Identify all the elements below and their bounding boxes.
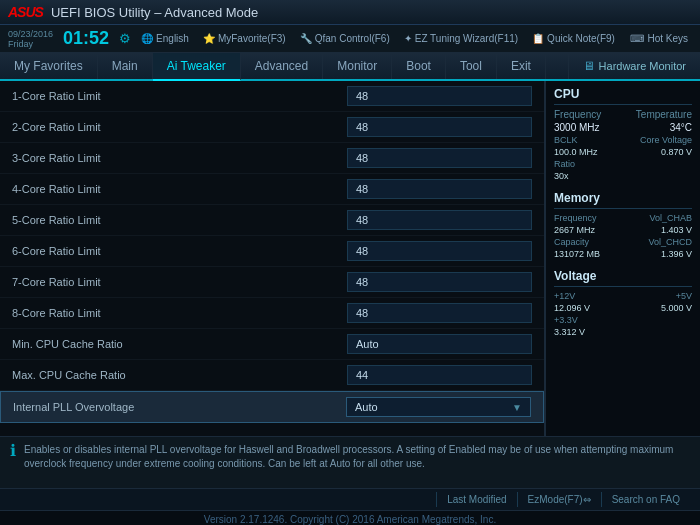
hw-core-voltage-label: Core Voltage [640,135,692,145]
hw-memory-group: Memory Frequency Vol_CHAB 2667 MHz 1.403… [554,191,692,259]
help-text: Enables or disables internal PLL overvol… [24,443,690,471]
hw-ratio-label-row: Ratio [554,159,692,169]
hw-volchan-value: 1.403 V [661,225,692,235]
hw-memory-title: Memory [554,191,692,209]
help-bar: ℹ Enables or disables internal PLL overv… [0,436,700,488]
hw-volchd-label: Vol_CHCD [648,237,692,247]
hw-monitor-tab: 🖥 Hardware Monitor [568,53,700,79]
tab-ai-tweaker[interactable]: Ai Tweaker [153,53,241,81]
hw-cpu-temp-value: 34°C [670,122,692,133]
quicknote-item[interactable]: 📋 Quick Note(F9) [528,33,619,44]
myfavorite-item[interactable]: ⭐ MyFavorite(F3) [199,33,290,44]
version-bar: Version 2.17.1246. Copyright (C) 2016 Am… [0,510,700,525]
language-item[interactable]: 🌐 English [137,33,193,44]
search-faq-item[interactable]: Search on FAQ [601,492,690,507]
note-icon: 📋 [532,33,544,44]
tab-boot[interactable]: Boot [392,53,446,79]
settings-icon[interactable]: ⚙ [119,31,131,46]
setting-value-1core[interactable]: 48 [347,86,532,106]
hw-mem-freq-vol-labels: Frequency Vol_CHAB [554,213,692,223]
setting-row-2core: 2-Core Ratio Limit 48 [0,112,544,143]
setting-value-8core[interactable]: 48 [347,303,532,323]
setting-row-max-cache: Max. CPU Cache Ratio 44 [0,360,544,391]
info-icon: ℹ [10,443,16,459]
setting-label-1core: 1-Core Ratio Limit [12,90,347,102]
header-bar: ASUS UEFI BIOS Utility – Advanced Mode [0,0,700,25]
asus-logo: ASUS [8,4,43,20]
setting-row-min-cache: Min. CPU Cache Ratio Auto [0,329,544,360]
setting-value-pll[interactable]: Auto ▼ [346,397,531,417]
tab-main[interactable]: Main [98,53,153,79]
tab-monitor[interactable]: Monitor [323,53,392,79]
setting-label-3core: 3-Core Ratio Limit [12,152,347,164]
hw-cpu-freq-temp-values: 3000 MHz 34°C [554,122,692,133]
setting-label-max-cache: Max. CPU Cache Ratio [12,369,347,381]
hw-ratio-label: Ratio [554,159,575,169]
hw-v33-labels: +3.3V [554,315,692,325]
hw-mem-cap-volchd-labels: Capacity Vol_CHCD [554,237,692,247]
hw-cpu-freq-value: 3000 MHz [554,122,600,133]
hw-v12-v5-values: 12.096 V 5.000 V [554,303,692,313]
status-bar: Last Modified EzMode(F7)⇔ Search on FAQ [0,488,700,510]
setting-value-2core[interactable]: 48 [347,117,532,137]
setting-value-min-cache[interactable]: Auto [347,334,532,354]
hw-volchan-label: Vol_CHAB [649,213,692,223]
hw-mem-freq-value: 2667 MHz [554,225,595,235]
hw-v5-label: +5V [676,291,692,301]
hw-cpu-freq-temp-labels: Frequency Temperature [554,109,692,120]
hw-cpu-group: CPU Frequency Temperature 3000 MHz 34°C … [554,87,692,181]
setting-label-min-cache: Min. CPU Cache Ratio [12,338,347,350]
hw-ratio-value: 30x [554,171,569,181]
wrench-icon: 🔧 [300,33,312,44]
setting-row-pll: Internal PLL Overvoltage Auto ▼ [0,391,544,423]
hw-v5-value: 5.000 V [661,303,692,313]
setting-row-4core: 4-Core Ratio Limit 48 [0,174,544,205]
setting-row-1core: 1-Core Ratio Limit 48 [0,81,544,112]
hw-v33-values: 3.312 V [554,327,692,337]
setting-row-3core: 3-Core Ratio Limit 48 [0,143,544,174]
setting-label-6core: 6-Core Ratio Limit [12,245,347,257]
hw-bclk-cv-labels: BCLK Core Voltage [554,135,692,145]
hw-cpu-freq-label: Frequency [554,109,601,120]
hw-volchd-value: 1.396 V [661,249,692,259]
setting-value-5core[interactable]: 48 [347,210,532,230]
setting-value-7core[interactable]: 48 [347,272,532,292]
tab-advanced[interactable]: Advanced [241,53,323,79]
tab-my-favorites[interactable]: My Favorites [0,53,98,79]
hw-mem-cap-volchd-values: 131072 MB 1.396 V [554,249,692,259]
setting-value-3core[interactable]: 48 [347,148,532,168]
settings-panel: 1-Core Ratio Limit 48 2-Core Ratio Limit… [0,81,545,436]
keyboard-icon: ⌨ [630,33,644,44]
hw-v33-value: 3.312 V [554,327,585,337]
setting-value-max-cache[interactable]: 44 [347,365,532,385]
hw-voltage-title: Voltage [554,269,692,287]
setting-label-4core: 4-Core Ratio Limit [12,183,347,195]
hw-voltage-group: Voltage +12V +5V 12.096 V 5.000 V +3.3V … [554,269,692,337]
globe-icon: 🌐 [141,33,153,44]
monitor-icon: 🖥 [583,59,595,73]
main-content: 1-Core Ratio Limit 48 2-Core Ratio Limit… [0,81,700,436]
hw-v33-label: +3.3V [554,315,578,325]
tab-tool[interactable]: Tool [446,53,497,79]
info-bar: 09/23/2016Friday 01:52 ⚙ 🌐 English ⭐ MyF… [0,25,700,53]
date-display: 09/23/2016Friday [8,29,53,49]
tab-exit[interactable]: Exit [497,53,546,79]
ez-mode-item[interactable]: EzMode(F7)⇔ [517,492,601,507]
setting-label-7core: 7-Core Ratio Limit [12,276,347,288]
setting-value-4core[interactable]: 48 [347,179,532,199]
setting-label-pll: Internal PLL Overvoltage [13,401,346,413]
last-modified-item[interactable]: Last Modified [436,492,516,507]
setting-row-5core: 5-Core Ratio Limit 48 [0,205,544,236]
header-title: UEFI BIOS Utility – Advanced Mode [51,5,258,20]
hw-v12-label: +12V [554,291,575,301]
setting-value-6core[interactable]: 48 [347,241,532,261]
setting-row-7core: 7-Core Ratio Limit 48 [0,267,544,298]
star-icon: ⭐ [203,33,215,44]
hw-bclk-label: BCLK [554,135,578,145]
ez-tuning-item[interactable]: ✦ EZ Tuning Wizard(F11) [400,33,522,44]
version-text: Version 2.17.1246. Copyright (C) 2016 Am… [204,514,496,525]
setting-row-6core: 6-Core Ratio Limit 48 [0,236,544,267]
qfan-item[interactable]: 🔧 Qfan Control(F6) [296,33,394,44]
hw-v12-v5-labels: +12V +5V [554,291,692,301]
hotkeys-item[interactable]: ⌨ Hot Keys [626,33,692,44]
